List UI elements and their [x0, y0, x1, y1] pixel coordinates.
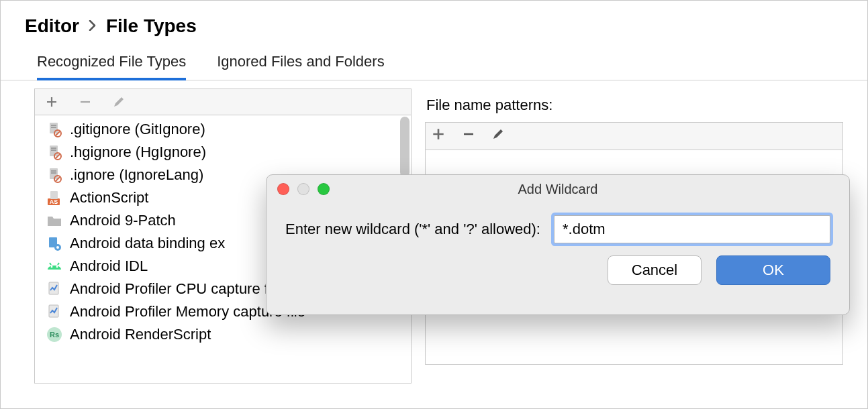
breadcrumb-parent[interactable]: Editor — [25, 15, 79, 37]
scrollbar[interactable] — [400, 117, 409, 177]
add-pattern-button[interactable] — [431, 127, 446, 145]
actionscript-icon: AS — [46, 189, 63, 207]
list-item-label: .ignore (IgnoreLang) — [70, 166, 203, 184]
list-item-label: ActionScript — [70, 189, 148, 207]
list-item-label: Android IDL — [70, 257, 148, 275]
svg-rect-6 — [51, 150, 56, 151]
ok-button[interactable]: OK — [716, 255, 830, 285]
minimize-icon — [297, 183, 309, 195]
svg-rect-5 — [51, 148, 56, 149]
file-ignore-icon — [46, 166, 63, 184]
dialog-prompt: Enter new wildcard ('*' and '?' allowed)… — [285, 221, 540, 238]
close-icon[interactable] — [277, 183, 289, 195]
chevron-right-icon — [89, 17, 97, 35]
patterns-label: File name patterns: — [425, 94, 843, 122]
breadcrumb-current: File Types — [106, 15, 197, 37]
remove-button[interactable] — [77, 93, 94, 111]
renderscript-icon: Rs — [46, 326, 63, 343]
list-item-label: Android data binding ex — [70, 235, 225, 252]
profiler-icon — [46, 303, 63, 320]
list-item-label: .gitignore (GitIgnore) — [70, 121, 205, 138]
add-wildcard-dialog: Add Wildcard Enter new wildcard ('*' and… — [266, 174, 850, 315]
file-ignore-icon — [46, 143, 63, 161]
maximize-icon[interactable] — [318, 183, 330, 195]
tab-recognized-file-types[interactable]: Recognized File Types — [37, 53, 186, 80]
android-data-icon — [46, 235, 63, 252]
file-ignore-icon — [46, 121, 63, 138]
list-item-label: .hgignore (HgIgnore) — [70, 143, 206, 161]
remove-pattern-button[interactable] — [462, 127, 475, 145]
tabs: Recognized File Types Ignored Files and … — [1, 44, 867, 80]
breadcrumb: Editor File Types — [1, 1, 867, 44]
list-item[interactable]: .gitignore (GitIgnore) — [35, 118, 411, 141]
folder-icon — [46, 212, 63, 229]
svg-text:Rs: Rs — [50, 331, 59, 339]
dialog-title: Add Wildcard — [267, 182, 849, 197]
profiler-icon — [46, 280, 63, 298]
svg-rect-1 — [51, 125, 56, 126]
list-item-label: Android 9-Patch — [70, 212, 176, 229]
svg-point-19 — [56, 266, 58, 268]
dialog-titlebar[interactable]: Add Wildcard — [267, 175, 849, 203]
svg-rect-14 — [50, 191, 58, 199]
svg-point-17 — [56, 246, 59, 249]
edit-button[interactable] — [110, 93, 128, 111]
wildcard-input[interactable] — [561, 220, 823, 239]
tab-ignored-files-folders[interactable]: Ignored Files and Folders — [217, 53, 384, 80]
list-item-label: Android Profiler CPU capture file — [70, 280, 283, 298]
svg-point-18 — [51, 266, 53, 268]
svg-text:AS: AS — [50, 198, 58, 205]
svg-rect-9 — [51, 170, 56, 172]
android-idl-icon — [46, 257, 63, 275]
list-item[interactable]: Rs Android RenderScript — [35, 323, 411, 346]
svg-rect-2 — [51, 127, 56, 128]
patterns-toolbar — [425, 122, 843, 150]
add-button[interactable] — [43, 93, 60, 111]
wildcard-input-wrapper[interactable] — [554, 215, 830, 243]
edit-pattern-button[interactable] — [491, 127, 505, 145]
file-types-toolbar — [34, 89, 412, 115]
list-item-label: Android RenderScript — [70, 326, 211, 343]
cancel-button[interactable]: Cancel — [608, 255, 702, 285]
list-item[interactable]: .hgignore (HgIgnore) — [35, 141, 411, 164]
svg-rect-10 — [51, 172, 56, 174]
